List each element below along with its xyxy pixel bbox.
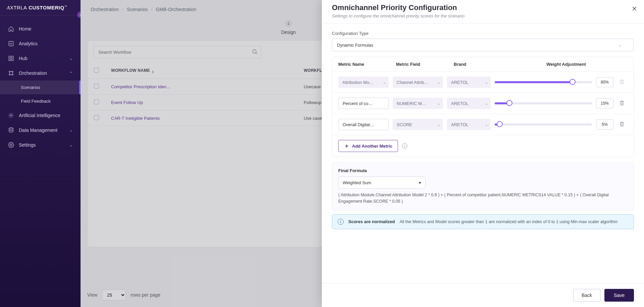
metric-field-select[interactable]: NUMERIC MET...⌄ [393, 98, 443, 109]
back-button[interactable]: Back [573, 289, 600, 302]
chevron-down-icon: ⌄ [618, 43, 622, 47]
mh-field: Metric Field [396, 62, 450, 67]
metric-name-select[interactable]: Overall Digital Engagem [338, 119, 389, 130]
info-icon: i [338, 219, 344, 225]
nav-scenarios[interactable]: Scenarios [0, 81, 81, 94]
add-metric-label: Add Another Metric [352, 144, 392, 149]
weight-slider[interactable] [495, 123, 592, 125]
nav-label: Analytics [19, 41, 38, 46]
ai-icon [8, 112, 14, 118]
nav-label: Hub [19, 56, 28, 61]
close-icon[interactable]: ✕ [632, 5, 637, 13]
metric-name-select[interactable]: Attribution Mo...⌄ [338, 76, 389, 88]
chevron-down-icon: ⌄ [69, 56, 72, 61]
svg-point-5 [9, 71, 10, 72]
metric-row: Overall Digital EngagemSCORE⌄ARETOL⌄5% [332, 114, 634, 135]
svg-rect-4 [12, 59, 13, 61]
nav-settings[interactable]: Settings ⌄ [0, 138, 81, 152]
chevron-down-icon: ⌄ [437, 122, 440, 127]
config-type-label: Configuration Type [332, 31, 634, 36]
metric-row: Attribution Mo...⌄Channel Attrib...⌄ARET… [332, 72, 634, 93]
weight-value[interactable]: 80% [596, 77, 613, 87]
weight-value[interactable]: 5% [596, 119, 613, 130]
gear-icon [8, 142, 14, 148]
info-banner: i Scores are normalized All the Metrics … [332, 214, 634, 229]
select-value: Dynamic Formulas [337, 43, 373, 48]
chevron-down-icon: ⌄ [437, 101, 440, 106]
add-metric-button[interactable]: ＋ Add Another Metric [338, 140, 398, 152]
panel-subtitle: Settings to configure the omnichannel pr… [332, 13, 634, 18]
nav: Home Analytics Hub ⌄ Orchestration ⌃ Sce… [0, 15, 81, 152]
metric-row: Percent of competitor pNUMERIC MET...⌄AR… [332, 93, 634, 114]
banner-message: All the Metrics and Model scores greater… [400, 219, 618, 224]
logo: AXTRLA CUSTOMERIQ™ « [0, 0, 81, 15]
svg-rect-1 [9, 56, 10, 58]
caret-down-icon: ▾ [419, 180, 421, 185]
weight-slider[interactable] [495, 102, 592, 104]
logo-glyph: A [7, 5, 10, 10]
weight-slider[interactable] [495, 81, 592, 83]
metric-field-select[interactable]: SCORE⌄ [393, 119, 443, 130]
svg-point-11 [10, 144, 12, 146]
nav-orchestration[interactable]: Orchestration ⌃ [0, 66, 81, 81]
nav-label: Field Feedback [21, 99, 51, 104]
chevron-down-icon: ⌄ [485, 80, 488, 85]
metrics-card: Metric Name Metric Field Brand Weight Ad… [332, 57, 634, 157]
analytics-icon [8, 41, 14, 47]
nav-label: Orchestration [19, 70, 47, 76]
metric-brand-select[interactable]: ARETOL⌄ [447, 98, 491, 109]
nav-label: Data Management [19, 127, 57, 133]
panel-title: Omnichannel Priority Configuration [332, 3, 634, 12]
nav-analytics[interactable]: Analytics [0, 36, 81, 51]
delete-icon[interactable] [619, 100, 628, 107]
weight-value[interactable]: 15% [596, 98, 613, 108]
save-button[interactable]: Save [604, 289, 634, 302]
banner-title: Scores are normalized [348, 219, 395, 224]
svg-point-7 [9, 74, 10, 75]
svg-point-8 [12, 74, 13, 75]
nav-label: Home [19, 26, 31, 32]
chevron-down-icon: ⌄ [383, 80, 386, 85]
logo-text-1: XTRLA [10, 5, 27, 10]
nav-field-feedback[interactable]: Field Feedback [0, 94, 81, 108]
final-formula-text: ( Attribution Module.Channel Attribution… [338, 192, 628, 205]
svg-point-9 [10, 115, 12, 116]
chevron-down-icon: ⌄ [485, 122, 488, 127]
nav-ai[interactable]: Artificial Intelligence [0, 108, 81, 123]
mh-brand: Brand [454, 62, 501, 67]
metric-brand-select[interactable]: ARETOL⌄ [447, 76, 491, 88]
delete-icon[interactable] [619, 121, 628, 128]
select-value: Weighted Sum [343, 180, 371, 185]
nav-home[interactable]: Home [0, 21, 81, 36]
svg-point-10 [9, 128, 13, 130]
database-icon [8, 127, 14, 133]
logo-text-3: IQ [59, 5, 64, 10]
info-icon[interactable]: i [402, 143, 407, 149]
nav-label: Settings [19, 142, 36, 148]
mh-weight: Weight Adjustment [505, 62, 628, 67]
logo-tm: ™ [64, 5, 67, 8]
home-icon [8, 26, 14, 32]
final-formula-label: Final Formula [338, 168, 628, 173]
nav-data-management[interactable]: Data Management ⌄ [0, 123, 81, 138]
svg-point-6 [12, 71, 13, 72]
metric-field-select[interactable]: Channel Attrib...⌄ [393, 76, 443, 88]
metric-brand-select[interactable]: ARETOL⌄ [447, 119, 491, 130]
chevron-down-icon: ⌄ [69, 128, 72, 133]
chevron-down-icon: ⌄ [437, 80, 440, 85]
formula-card: Final Formula Weighted Sum ▾ ( Attributi… [332, 162, 634, 210]
nav-hub[interactable]: Hub ⌄ [0, 51, 81, 66]
chevron-up-icon: ⌃ [69, 71, 72, 75]
config-panel: Omnichannel Priority Configuration Setti… [322, 0, 644, 307]
orchestration-icon [8, 70, 14, 76]
final-formula-select[interactable]: Weighted Sum ▾ [338, 176, 426, 189]
config-type-select[interactable]: Dynamic Formulas ⌄ [332, 39, 634, 51]
hub-icon [8, 55, 14, 61]
mh-name: Metric Name [338, 62, 392, 67]
chevron-down-icon: ⌄ [485, 101, 488, 106]
nav-label: Scenarios [21, 85, 40, 90]
svg-rect-3 [9, 59, 10, 61]
metric-name-select[interactable]: Percent of competitor p [338, 98, 389, 109]
delete-icon [619, 79, 628, 86]
svg-rect-2 [12, 56, 13, 58]
